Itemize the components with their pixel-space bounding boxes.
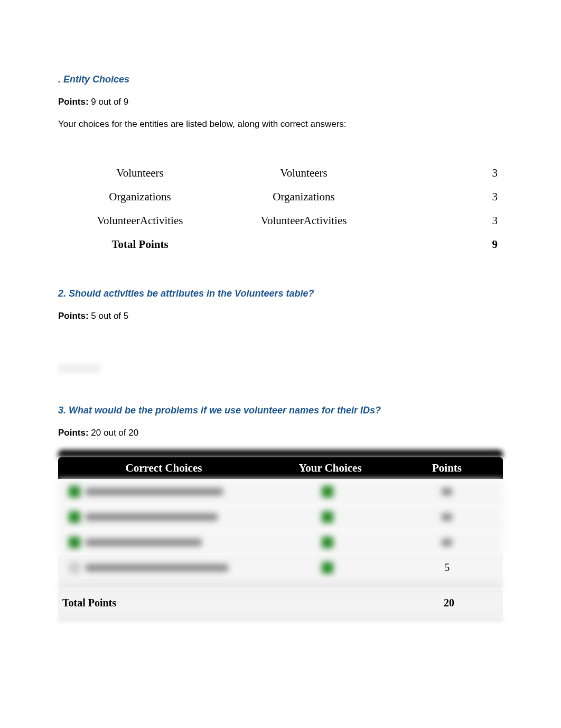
section-1-description: Your choices for the entities are listed… <box>58 119 503 130</box>
correct-choice-cell: VolunteerActivities <box>222 214 386 227</box>
blurred-content <box>58 364 100 373</box>
points-cell: 3 <box>386 214 503 227</box>
total-row: Total Points 20 <box>58 590 503 615</box>
blurred-row <box>58 580 503 590</box>
section-2-heading: 2. Should activities be attributes in th… <box>58 288 503 299</box>
your-choice-cell: VolunteerActivities <box>58 214 222 227</box>
correct-choice-cell: Organizations <box>222 190 386 204</box>
correct-choice-cell: Volunteers <box>222 167 386 180</box>
blurred-row <box>58 530 503 555</box>
blurred-edge <box>58 615 503 622</box>
header-correct-choices: Correct Choices <box>58 457 269 479</box>
table-row: 5 <box>58 555 503 580</box>
header-points: Points <box>391 457 503 479</box>
check-icon <box>322 486 333 497</box>
total-value: 9 <box>386 238 503 251</box>
check-icon <box>69 486 80 497</box>
points-value: 9 out of 9 <box>91 97 128 107</box>
section-entity-choices: . Entity Choices Points: 9 out of 9 Your… <box>58 74 503 256</box>
points-cell: 3 <box>386 190 503 204</box>
section-1-heading: . Entity Choices <box>58 74 503 85</box>
blurred-row <box>58 504 503 530</box>
entity-table: Volunteers Volunteers 3 Organizations Or… <box>58 161 503 256</box>
total-value: 20 <box>395 597 503 609</box>
section-3-points: Points: 20 out of 20 <box>58 428 503 438</box>
section-3-heading: 3. What would be the problems if we use … <box>58 405 503 416</box>
choices-table: Correct Choices Your Choices Points 5 To… <box>58 450 503 622</box>
your-choice-cell: Volunteers <box>58 167 222 180</box>
table-row: VolunteerActivities VolunteerActivities … <box>58 209 503 233</box>
points-cell: 5 <box>391 561 503 574</box>
points-cell: 3 <box>386 167 503 180</box>
your-choice-cell: Organizations <box>58 190 222 204</box>
header-your-choices: Your Choices <box>269 457 391 479</box>
table-header: Correct Choices Your Choices Points <box>58 457 503 479</box>
section-volunteer-names-ids: 3. What would be the problems if we use … <box>58 405 503 622</box>
section-1-points: Points: 9 out of 9 <box>58 97 503 107</box>
check-icon <box>69 562 80 574</box>
check-icon <box>69 511 80 523</box>
points-value: 5 out of 5 <box>91 311 128 321</box>
points-value: 20 out of 20 <box>91 428 138 438</box>
total-label: Total Points <box>62 597 274 609</box>
table-row: Volunteers Volunteers 3 <box>58 161 503 185</box>
points-label: Points: <box>58 97 89 107</box>
check-icon <box>322 511 333 523</box>
check-icon <box>322 562 333 574</box>
total-row: Total Points 9 <box>58 233 503 256</box>
total-label: Total Points <box>58 238 222 251</box>
check-icon <box>322 537 333 548</box>
points-label: Points: <box>58 311 89 321</box>
blurred-header-top <box>58 450 503 457</box>
section-2-points: Points: 5 out of 5 <box>58 311 503 321</box>
table-row: Organizations Organizations 3 <box>58 185 503 209</box>
check-icon <box>69 537 80 548</box>
section-activities-attributes: 2. Should activities be attributes in th… <box>58 288 503 373</box>
blurred-row <box>58 479 503 504</box>
points-label: Points: <box>58 428 89 438</box>
